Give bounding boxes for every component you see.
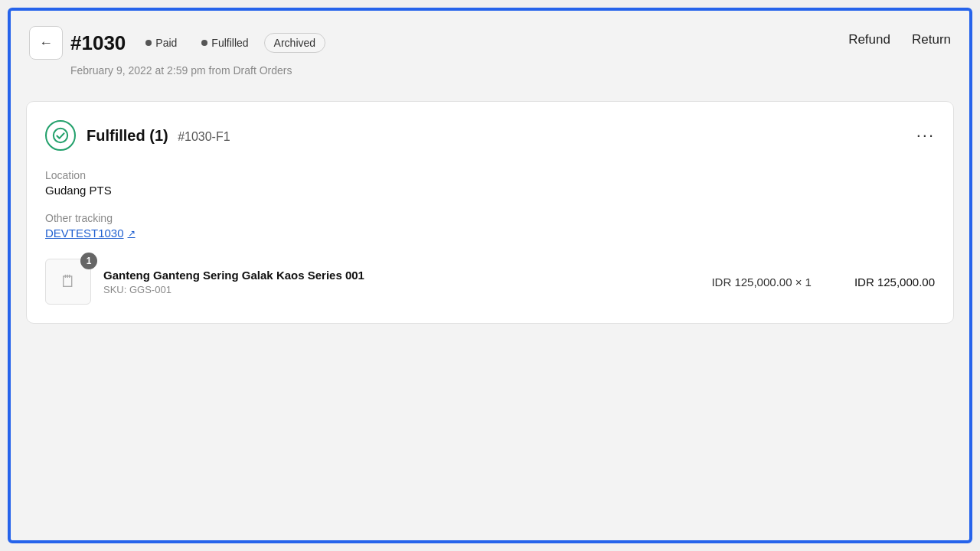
product-name: Ganteng Ganteng Sering Galak Kaos Series… xyxy=(103,269,668,282)
header-actions: Refund Return xyxy=(848,26,951,47)
page-header: ← #1030 Paid Fulfilled Archived xyxy=(11,11,969,89)
paid-dot xyxy=(145,40,152,46)
badges-row: Paid Fulfilled Archived xyxy=(136,33,325,53)
paid-label: Paid xyxy=(155,37,177,49)
location-value: Gudang PTS xyxy=(45,184,935,197)
location-label: Location xyxy=(45,169,935,181)
tracking-link-text: DEVTEST1030 xyxy=(45,227,124,240)
product-sku: SKU: GGS-001 xyxy=(103,284,668,295)
product-price: IDR 125,000.00 × 1 xyxy=(711,276,812,289)
title-badges: ← #1030 Paid Fulfilled Archived xyxy=(29,26,325,60)
fulfillment-card: Fulfilled (1) #1030-F1 ··· Location Guda… xyxy=(26,101,954,324)
fulfilled-title-group: Fulfilled (1) #1030-F1 xyxy=(45,120,230,151)
page-frame: ← #1030 Paid Fulfilled Archived xyxy=(8,8,972,543)
badge-fulfilled: Fulfilled xyxy=(192,34,257,52)
tracking-label: Other tracking xyxy=(45,212,935,224)
product-details: Ganteng Ganteng Sering Galak Kaos Series… xyxy=(103,269,668,295)
fulfilled-id: #1030-F1 xyxy=(178,130,230,143)
back-button[interactable]: ← xyxy=(29,26,63,60)
tracking-section: Other tracking DEVTEST1030 ↗ xyxy=(45,212,935,240)
more-options-button[interactable]: ··· xyxy=(916,126,935,145)
fulfilled-label: Fulfilled xyxy=(211,37,248,49)
return-action[interactable]: Return xyxy=(912,32,951,47)
refund-action[interactable]: Refund xyxy=(848,32,890,47)
fulfilled-dot xyxy=(201,40,207,46)
quantity-badge: 1 xyxy=(80,253,97,269)
header-meta: February 9, 2022 at 2:59 pm from Draft O… xyxy=(29,64,325,77)
location-section: Location Gudang PTS xyxy=(45,169,935,197)
fulfilled-header: Fulfilled (1) #1030-F1 ··· xyxy=(45,120,935,151)
tracking-link[interactable]: DEVTEST1030 ↗ xyxy=(45,227,136,240)
badge-archived: Archived xyxy=(264,33,325,53)
check-circle-icon xyxy=(45,120,76,151)
svg-point-0 xyxy=(54,129,67,142)
external-link-icon: ↗ xyxy=(128,228,136,239)
order-number: #1030 xyxy=(70,31,126,55)
product-row: 🗒 1 Ganteng Ganteng Sering Galak Kaos Se… xyxy=(45,259,935,305)
product-thumb-icon: 🗒 xyxy=(60,272,77,292)
badge-paid: Paid xyxy=(136,34,186,52)
content-area: Fulfilled (1) #1030-F1 ··· Location Guda… xyxy=(11,89,969,342)
product-thumb-wrapper: 🗒 1 xyxy=(45,259,91,305)
product-total: IDR 125,000.00 xyxy=(854,276,935,289)
header-left-group: ← #1030 Paid Fulfilled Archived xyxy=(29,26,325,77)
archived-label: Archived xyxy=(274,37,315,49)
fulfilled-title: Fulfilled (1) xyxy=(87,127,168,144)
